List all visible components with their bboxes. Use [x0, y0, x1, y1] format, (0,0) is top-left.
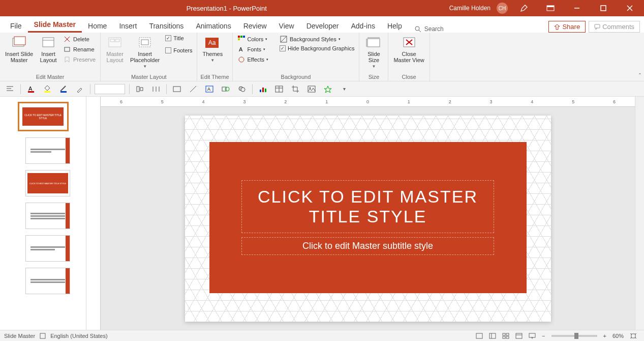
table-icon[interactable]	[273, 83, 285, 95]
comments-button[interactable]: Comments	[589, 21, 640, 33]
slide-background-box: Click to edit Master title style Click t…	[209, 142, 527, 293]
tab-slide-master[interactable]: Slide Master	[28, 17, 82, 33]
reading-view-icon[interactable]	[512, 333, 526, 339]
tab-review[interactable]: Review	[237, 19, 273, 33]
minimize-button[interactable]	[567, 0, 587, 16]
font-color-icon[interactable]: A	[25, 83, 37, 95]
tab-file[interactable]: File	[4, 19, 28, 33]
user-name[interactable]: Camille Holden	[449, 5, 490, 12]
tab-help[interactable]: Help	[381, 19, 408, 33]
notes-button[interactable]	[473, 333, 486, 339]
svg-rect-67	[506, 333, 509, 335]
rectangle-shape-icon[interactable]	[171, 83, 183, 95]
normal-view-icon[interactable]	[486, 333, 499, 339]
effects-button[interactable]: Effects ▾	[236, 55, 270, 64]
slide-canvas[interactable]: Click to edit Master title style Click t…	[101, 107, 635, 330]
status-language[interactable]: English (United States)	[50, 333, 108, 339]
sorter-view-icon[interactable]	[499, 333, 512, 339]
background-styles-button[interactable]: Background Styles ▾	[278, 35, 356, 44]
shape-style-dropdown[interactable]	[95, 84, 125, 94]
thumbnail-panel[interactable]: CLICK TO EDIT MASTER TITLE STYLE CLICK T…	[0, 97, 86, 330]
zoom-slider[interactable]	[551, 335, 597, 337]
share-label: Share	[562, 23, 580, 31]
layout-thumbnail-2[interactable]: CLICK TO EDIT MASTER TITLE STYLE	[25, 170, 70, 196]
vertical-scrollbar[interactable]	[635, 97, 644, 330]
slide-size-button[interactable]: Slide Size ▼	[362, 35, 385, 70]
search-icon	[414, 25, 421, 33]
svg-text:A: A	[239, 46, 243, 52]
svg-line-47	[190, 86, 196, 92]
more-icon[interactable]: ▾	[338, 83, 350, 95]
master-slide[interactable]: Click to edit Master title style Click t…	[185, 116, 551, 322]
tab-view[interactable]: View	[273, 19, 300, 33]
window-title: Presentation1 - PowerPoint	[4, 5, 449, 12]
checkbox-icon	[165, 47, 171, 53]
group-size: Slide Size ▼ Size	[359, 33, 388, 81]
textbox-icon[interactable]: A	[203, 83, 216, 95]
tab-home[interactable]: Home	[82, 19, 113, 33]
tab-developer[interactable]: Developer	[300, 19, 345, 33]
rename-button[interactable]: Rename	[62, 45, 97, 54]
chart-icon[interactable]	[257, 83, 269, 95]
line-shape-icon[interactable]	[187, 83, 199, 95]
chevron-down-icon: ▼	[372, 64, 376, 69]
outline-color-icon[interactable]	[57, 83, 70, 95]
maximize-button[interactable]	[593, 0, 614, 16]
vertical-ruler[interactable]	[86, 97, 101, 330]
insert-placeholder-button[interactable]: Insert Placeholder ▼	[128, 35, 162, 70]
main-area: CLICK TO EDIT MASTER TITLE STYLE CLICK T…	[0, 97, 644, 330]
animation-icon[interactable]	[322, 83, 334, 95]
svg-rect-30	[367, 39, 380, 47]
share-button[interactable]: Share	[548, 21, 586, 33]
tab-transitions[interactable]: Transitions	[143, 19, 190, 33]
delete-button[interactable]: Delete	[62, 35, 97, 44]
search-label: Search	[424, 25, 444, 33]
layout-thumbnail-5[interactable]	[25, 268, 70, 294]
svg-rect-69	[506, 336, 509, 338]
collapse-ribbon-button[interactable]: ˆ	[639, 73, 641, 80]
align-left-icon[interactable]	[4, 83, 16, 95]
title-checkbox[interactable]: ✓Title	[164, 35, 194, 42]
close-button[interactable]	[620, 0, 640, 16]
close-master-view-button[interactable]: Close Master View	[391, 35, 426, 64]
user-avatar[interactable]: CH	[497, 3, 508, 14]
picture-icon[interactable]	[305, 83, 318, 95]
fill-color-icon[interactable]	[41, 83, 53, 95]
tab-addins[interactable]: Add-ins	[345, 19, 381, 33]
master-slide-thumbnail[interactable]: CLICK TO EDIT MASTER TITLE STYLE	[18, 102, 69, 131]
footers-checkbox[interactable]: Footers	[164, 47, 194, 54]
align-icon[interactable]	[134, 83, 146, 95]
close-icon	[401, 36, 417, 50]
zoom-out-button[interactable]: −	[539, 333, 548, 339]
tab-insert[interactable]: Insert	[113, 19, 143, 33]
shapes-icon[interactable]	[220, 83, 232, 95]
title-placeholder[interactable]: Click to edit Master title style	[241, 180, 494, 233]
layout-thumbnail-3[interactable]	[25, 203, 70, 229]
accessibility-icon[interactable]	[39, 332, 46, 339]
crop-icon[interactable]	[289, 83, 301, 95]
subtitle-placeholder[interactable]: Click to edit Master subtitle style	[241, 237, 494, 255]
arrange-icon[interactable]	[236, 83, 248, 95]
hide-bg-checkbox[interactable]: ✓Hide Background Graphics	[278, 45, 356, 52]
insert-slide-master-button[interactable]: Insert Slide Master	[3, 35, 35, 64]
colors-button[interactable]: Colors ▾	[236, 35, 270, 44]
chevron-down-icon: ▼	[143, 64, 147, 69]
distribute-icon[interactable]	[150, 83, 162, 95]
zoom-level[interactable]: 60%	[612, 333, 624, 339]
themes-button[interactable]: Aa Themes ▼	[200, 35, 225, 64]
svg-point-53	[241, 88, 245, 92]
layout-thumbnail-1[interactable]	[25, 137, 70, 164]
fonts-button[interactable]: AFonts ▾	[236, 45, 270, 54]
ribbon-display-icon[interactable]	[540, 0, 561, 16]
fit-to-window-button[interactable]	[627, 333, 640, 339]
search-box[interactable]: Search	[414, 25, 444, 33]
eyedropper-icon[interactable]	[74, 83, 86, 95]
layout-thumbnail-4[interactable]	[25, 235, 70, 262]
tab-animations[interactable]: Animations	[190, 19, 237, 33]
preserve-button[interactable]: Preserve	[62, 55, 97, 64]
zoom-in-button[interactable]: +	[600, 333, 609, 339]
horizontal-ruler[interactable]: 6543210123456	[101, 97, 635, 107]
slideshow-view-icon[interactable]	[526, 333, 539, 339]
pen-icon[interactable]	[514, 0, 534, 16]
insert-layout-button[interactable]: Insert Layout	[37, 35, 59, 64]
